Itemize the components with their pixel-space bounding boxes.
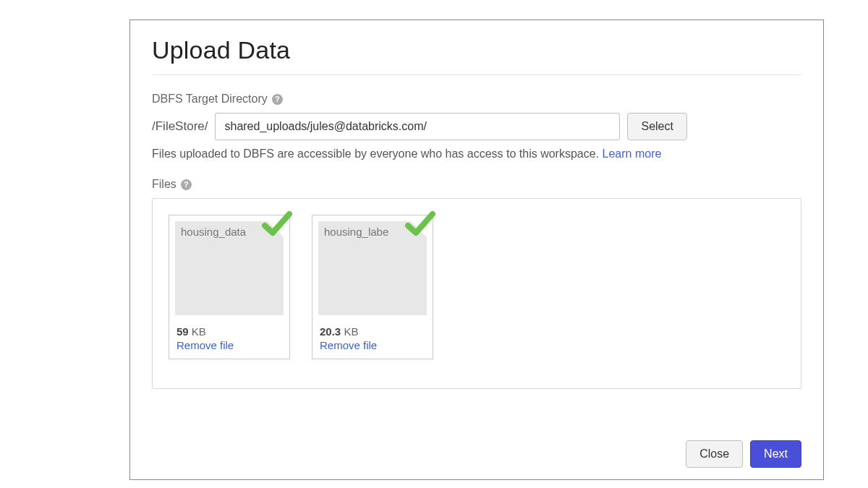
help-icon[interactable]: ? [272,94,283,105]
file-size: 20.3 KB [318,325,427,338]
checkmark-icon [404,208,435,240]
close-button[interactable]: Close [686,440,743,468]
path-prefix: /FileStore/ [152,119,208,134]
upload-data-dialog: Upload Data DBFS Target Directory ? /Fil… [129,20,824,480]
files-label-row: Files ? [152,178,801,191]
target-directory-label: DBFS Target Directory [152,93,268,106]
target-directory-label-row: DBFS Target Directory ? [152,93,801,106]
dialog-title: Upload Data [152,36,801,75]
file-size-unit: KB [344,325,358,338]
file-size-number: 20.3 [320,325,341,338]
access-hint: Files uploaded to DBFS are accessible by… [152,147,801,160]
files-label: Files [152,178,176,191]
file-size-number: 59 [176,325,189,338]
file-name: housing_data [181,226,266,238]
remove-file-link[interactable]: Remove file [318,339,427,351]
file-name: housing_labe [324,226,409,238]
file-card: housing_data 59 KB Remove file [169,215,290,359]
dialog-footer: Close Next [686,440,801,468]
checkmark-icon [260,208,292,240]
learn-more-link[interactable]: Learn more [603,147,662,160]
file-card: housing_labe 20.3 KB Remove file [312,215,433,359]
remove-file-link[interactable]: Remove file [175,339,284,351]
help-icon[interactable]: ? [181,179,192,190]
file-upload-area[interactable]: housing_data 59 KB Remove file housing_l… [152,198,801,389]
file-size: 59 KB [175,325,284,338]
file-size-unit: KB [192,325,206,338]
target-directory-path-row: /FileStore/ Select [152,113,801,140]
select-directory-button[interactable]: Select [627,113,686,140]
next-button[interactable]: Next [750,440,801,468]
target-directory-section: DBFS Target Directory ? /FileStore/ Sele… [152,93,801,160]
access-hint-text: Files uploaded to DBFS are accessible by… [152,147,603,160]
files-section: Files ? housing_data 59 KB Remove file [152,178,801,389]
target-directory-input[interactable] [215,113,620,140]
